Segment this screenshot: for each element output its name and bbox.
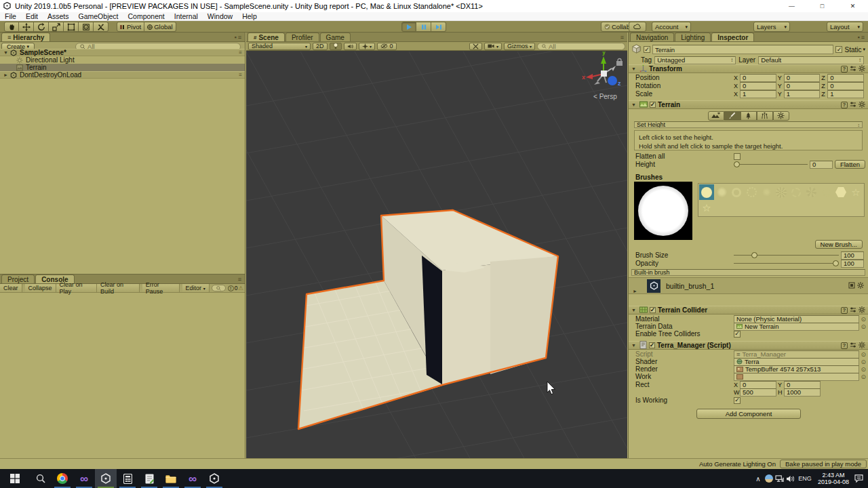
rotation-x-field[interactable]: 0 bbox=[740, 82, 776, 90]
console-collapse-button[interactable]: Collapse bbox=[25, 284, 56, 292]
fold-open-icon[interactable]: ▼ bbox=[631, 308, 637, 312]
paint-details-tool-button[interactable] bbox=[757, 111, 773, 121]
object-picker-icon[interactable]: ⊙ bbox=[861, 316, 866, 323]
object-picker-icon[interactable]: ⊙ bbox=[861, 373, 866, 380]
terrain-tool-mode-dropdown[interactable]: Set Height↕ bbox=[634, 121, 863, 128]
taskbar-calculator-icon[interactable] bbox=[117, 469, 138, 488]
position-y-field[interactable]: 0 bbox=[784, 74, 821, 82]
fold-open-icon[interactable]: ▼ bbox=[631, 102, 637, 107]
auto-generate-lighting-status[interactable]: Auto Generate Lighting On bbox=[699, 460, 776, 468]
gizmos-dropdown[interactable]: Gizmos ▾ bbox=[504, 43, 535, 50]
position-x-field[interactable]: 0 bbox=[740, 74, 776, 82]
brush-thumbnail[interactable] bbox=[774, 184, 789, 200]
height-value-field[interactable]: 0 bbox=[810, 161, 833, 169]
layers-dropdown[interactable]: Layers▾ bbox=[753, 22, 790, 32]
hidden-objects-toggle[interactable]: 0 bbox=[377, 43, 397, 50]
console-counters[interactable]: ! 0 ⚠ bbox=[228, 285, 243, 291]
taskbar-visual-studio-2-icon[interactable]: ∞ bbox=[182, 469, 203, 488]
panel-lock-menu-icons[interactable]: ▪≡ bbox=[858, 34, 866, 41]
menu-gameobject[interactable]: GameObject bbox=[74, 12, 123, 20]
work-object-field[interactable] bbox=[734, 373, 859, 381]
rect-h-field[interactable]: 1000 bbox=[784, 388, 821, 396]
taskbar-visual-studio-icon[interactable]: ∞ bbox=[73, 469, 95, 488]
shading-mode-dropdown[interactable]: Shaded▾ bbox=[248, 43, 311, 50]
network-icon[interactable] bbox=[774, 475, 785, 483]
scene-row-menu-icon[interactable]: ≡ bbox=[239, 72, 242, 78]
brush-thumbnail[interactable] bbox=[804, 184, 818, 200]
scene-lighting-toggle[interactable] bbox=[330, 43, 342, 50]
help-icon[interactable]: ? bbox=[841, 66, 848, 73]
gear-icon[interactable] bbox=[859, 342, 865, 350]
taskbar-search-button[interactable] bbox=[30, 469, 52, 488]
add-component-button[interactable]: Add Component bbox=[696, 409, 801, 419]
onedrive-cloud-icon[interactable] bbox=[764, 474, 774, 483]
panel-menu-icon[interactable]: ≡ bbox=[620, 34, 625, 41]
tab-hierarchy[interactable]: ≡Hierarchy bbox=[1, 33, 50, 41]
menu-window[interactable]: Window bbox=[203, 12, 237, 20]
2d-toggle-button[interactable]: 2D bbox=[313, 43, 328, 50]
tab-lighting[interactable]: Lighting bbox=[675, 33, 711, 41]
paint-trees-tool-button[interactable] bbox=[741, 111, 757, 121]
maximize-icon[interactable]: □ bbox=[807, 0, 837, 12]
fold-open-icon[interactable]: ▼ bbox=[3, 50, 9, 55]
scene-search-input[interactable]: All bbox=[537, 43, 625, 50]
static-dropdown-arrow[interactable]: ▾ bbox=[863, 47, 865, 52]
tab-profiler[interactable]: Profiler bbox=[285, 33, 319, 41]
terrain-settings-tool-button[interactable] bbox=[773, 111, 789, 121]
menu-file[interactable]: File bbox=[0, 12, 21, 20]
scene-camera-dropdown[interactable]: ▾ bbox=[484, 43, 502, 50]
tab-project[interactable]: Project bbox=[1, 274, 35, 283]
play-button[interactable] bbox=[401, 22, 416, 32]
layer-dropdown[interactable]: Default↕ bbox=[758, 56, 864, 64]
scene-audio-toggle[interactable] bbox=[344, 43, 357, 50]
gameobject-active-checkbox[interactable]: ✓ bbox=[644, 46, 650, 53]
taskbar-clock[interactable]: 2:43 AM 2019-04-08 bbox=[818, 472, 849, 485]
close-icon[interactable]: ✕ bbox=[837, 0, 868, 12]
tab-inspector[interactable]: Inspector bbox=[711, 33, 754, 41]
open-asset-icon[interactable] bbox=[848, 282, 855, 290]
is-working-checkbox[interactable]: ✓ bbox=[734, 397, 741, 404]
rect-w-field[interactable]: 500 bbox=[740, 388, 776, 396]
gear-icon[interactable] bbox=[859, 306, 865, 314]
taskbar-unity-icon[interactable] bbox=[203, 469, 225, 488]
tag-dropdown[interactable]: Untagged↕ bbox=[654, 56, 736, 64]
terrain-enabled-checkbox[interactable]: ✓ bbox=[650, 102, 656, 108]
minimize-icon[interactable]: — bbox=[776, 0, 807, 12]
scale-y-field[interactable]: 1 bbox=[784, 90, 821, 98]
brush-thumbnail[interactable] bbox=[744, 184, 759, 200]
language-indicator[interactable]: ENG bbox=[796, 475, 814, 482]
transform-header[interactable]: ▼ Transform ? bbox=[629, 64, 868, 73]
brush-thumbnail-star[interactable]: ☆ bbox=[848, 184, 863, 200]
builtin-brush-header[interactable]: Built-in brush bbox=[631, 269, 865, 276]
hierarchy-item-directional-light[interactable]: Directional Light bbox=[0, 56, 245, 64]
scale-z-field[interactable]: 1 bbox=[827, 90, 864, 98]
brush-thumbnail[interactable] bbox=[714, 184, 729, 200]
help-icon[interactable]: ? bbox=[841, 307, 848, 314]
terra-manager-header[interactable]: ▼ ✓ Terra_Manager (Script) ? bbox=[629, 341, 868, 350]
scale-x-field[interactable]: 1 bbox=[740, 90, 776, 98]
action-center-icon[interactable] bbox=[853, 474, 864, 483]
menu-edit[interactable]: Edit bbox=[21, 12, 43, 20]
brush-thumbnail-star[interactable]: ☆ bbox=[699, 200, 714, 216]
scale-tool-button[interactable] bbox=[49, 22, 64, 32]
gear-icon[interactable] bbox=[859, 65, 865, 73]
paint-terrain-tool-button[interactable] bbox=[724, 111, 741, 121]
script-enabled-checkbox[interactable]: ✓ bbox=[649, 342, 655, 348]
terrain-collider-header[interactable]: ▼ ✓ Terrain Collider ? bbox=[629, 306, 868, 314]
preset-icon[interactable] bbox=[850, 342, 856, 350]
scene-viewport[interactable]: y x z < Persp bbox=[246, 52, 627, 458]
tray-expand-icon[interactable]: ∧ bbox=[753, 475, 764, 483]
cloud-services-button[interactable] bbox=[629, 22, 646, 32]
position-z-field[interactable]: 0 bbox=[827, 74, 864, 82]
hierarchy-item-samplescene[interactable]: ▼ SampleScene* ≡ bbox=[0, 49, 245, 56]
fold-closed-icon[interactable]: ► bbox=[633, 289, 639, 293]
collider-enabled-checkbox[interactable]: ✓ bbox=[650, 307, 656, 313]
gear-icon[interactable] bbox=[857, 282, 864, 290]
taskbar-unity-active-icon[interactable] bbox=[95, 469, 117, 488]
menu-assets[interactable]: Assets bbox=[43, 12, 74, 20]
console-error-pause-button[interactable]: Error Pause bbox=[142, 284, 180, 292]
brush-thumbnail[interactable] bbox=[789, 184, 804, 200]
object-picker-icon[interactable]: ⊙ bbox=[861, 351, 866, 358]
static-checkbox[interactable]: ✓ bbox=[835, 46, 842, 53]
taskbar-chrome-icon[interactable] bbox=[52, 469, 73, 488]
